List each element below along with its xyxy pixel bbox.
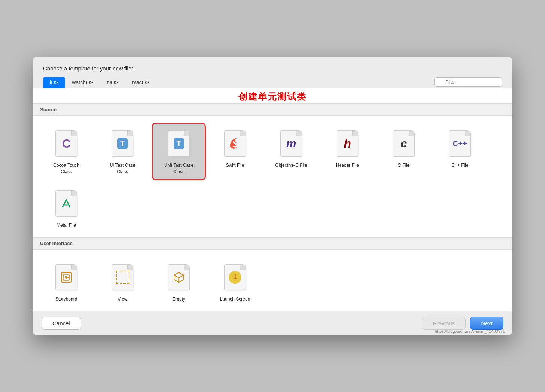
dialog-title: Choose a template for your new file: bbox=[43, 65, 502, 72]
file-icon: C bbox=[55, 130, 77, 157]
svg-line-11 bbox=[174, 275, 179, 278]
file-icon bbox=[168, 264, 190, 290]
empty-cube-icon bbox=[172, 270, 186, 284]
item-label-objc: Objective-C File bbox=[275, 162, 307, 169]
file-icon: T bbox=[112, 130, 133, 157]
metal-icon bbox=[60, 197, 73, 210]
tab-ios[interactable]: iOS bbox=[43, 77, 65, 88]
item-icon-swift bbox=[222, 129, 248, 159]
cpp-letter: C++ bbox=[453, 140, 467, 147]
c-letter: c bbox=[401, 138, 407, 149]
item-icon-launch: 1 bbox=[222, 262, 248, 292]
annotation-text: 创建单元测试类 bbox=[238, 88, 307, 103]
item-icon-storyboard bbox=[53, 262, 79, 292]
tab-bar: iOS watchOS tvOS macOS bbox=[43, 77, 502, 88]
file-icon bbox=[55, 190, 77, 217]
item-label-cpp: C++ File bbox=[451, 162, 468, 169]
annotation-wrapper: 创建单元测试类 bbox=[33, 88, 512, 103]
item-c[interactable]: c C File bbox=[377, 123, 430, 180]
file-icon: c bbox=[393, 130, 415, 157]
item-icon-cocoa-touch: C bbox=[53, 129, 79, 159]
source-section: Source C Cocoa TouchClass bbox=[33, 103, 512, 237]
file-icon: 1 bbox=[224, 264, 246, 290]
item-header[interactable]: h Header File bbox=[321, 123, 374, 180]
item-label-unit-test: Unit Test CaseClass bbox=[164, 162, 193, 175]
swift-icon bbox=[228, 137, 242, 150]
file-icon: T bbox=[168, 130, 190, 157]
item-label-header: Header File bbox=[336, 162, 359, 169]
previous-button[interactable]: Previous bbox=[422, 317, 466, 330]
item-empty[interactable]: Empty bbox=[153, 257, 205, 307]
watermark: https://blog.csdn.net/weixin_41463971 bbox=[435, 329, 505, 334]
tab-macos[interactable]: macOS bbox=[125, 77, 156, 88]
view-dashed-icon bbox=[116, 271, 129, 284]
ui-items-grid: Storyboard View bbox=[33, 250, 512, 311]
item-metal[interactable]: Metal File bbox=[40, 183, 93, 233]
header-letter: h bbox=[344, 138, 351, 150]
item-label-launch: Launch Screen bbox=[220, 296, 250, 302]
item-icon-cpp: C++ bbox=[447, 129, 473, 159]
item-icon-metal bbox=[53, 189, 79, 218]
ui-test-letter: T bbox=[117, 138, 127, 149]
file-icon: C++ bbox=[449, 130, 471, 157]
item-cocoa-touch[interactable]: C Cocoa TouchClass bbox=[40, 123, 93, 180]
storyboard-icon bbox=[59, 270, 73, 284]
item-icon-ui-test: T bbox=[109, 129, 136, 159]
item-view[interactable]: View bbox=[96, 257, 149, 307]
item-label-storyboard: Storyboard bbox=[55, 296, 78, 302]
filter-wrapper bbox=[434, 77, 502, 87]
template-dialog: Choose a template for your new file: iOS… bbox=[33, 57, 512, 335]
item-icon-unit-test: T bbox=[166, 129, 192, 159]
file-icon bbox=[224, 130, 246, 157]
item-icon-header: h bbox=[334, 129, 361, 159]
user-interface-section: User Interface bbox=[33, 237, 512, 311]
filter-area bbox=[434, 77, 502, 87]
item-icon-objc: m bbox=[278, 129, 304, 159]
tab-tvos[interactable]: tvOS bbox=[100, 77, 125, 88]
item-ui-test[interactable]: T UI Test CaseClass bbox=[96, 123, 149, 180]
item-icon-c: c bbox=[391, 129, 417, 159]
item-icon-view bbox=[109, 262, 136, 292]
source-items-grid: C Cocoa TouchClass T UI Test CaseClass bbox=[33, 116, 512, 236]
item-label-view: View bbox=[118, 296, 127, 302]
item-label-metal: Metal File bbox=[57, 222, 76, 229]
item-label-c: C File bbox=[398, 162, 409, 169]
item-label-empty: Empty bbox=[172, 296, 185, 302]
file-icon: m bbox=[280, 130, 302, 157]
item-swift[interactable]: Swift File bbox=[209, 123, 261, 180]
next-button[interactable]: Next bbox=[470, 317, 503, 330]
dialog-header: Choose a template for your new file: iOS… bbox=[33, 57, 512, 88]
item-storyboard[interactable]: Storyboard bbox=[40, 257, 93, 307]
item-unit-test[interactable]: T Unit Test CaseClass bbox=[153, 123, 205, 180]
item-cpp[interactable]: C++ C++ File bbox=[434, 123, 486, 180]
dialog-body: 创建单元测试类 Source C Cocoa TouchClass bbox=[33, 88, 512, 311]
cocoa-touch-letter: C bbox=[62, 138, 70, 150]
item-label-ui-test: UI Test CaseClass bbox=[110, 162, 135, 175]
file-icon bbox=[55, 264, 77, 290]
source-header: Source bbox=[33, 103, 512, 116]
item-launch[interactable]: 1 Launch Screen bbox=[209, 257, 261, 307]
svg-line-12 bbox=[179, 275, 184, 278]
unit-test-letter: T bbox=[174, 138, 184, 149]
footer-right: Previous Next bbox=[422, 317, 503, 330]
launch-circle-icon: 1 bbox=[229, 271, 241, 284]
item-label-swift: Swift File bbox=[226, 162, 244, 169]
cancel-button[interactable]: Cancel bbox=[42, 317, 81, 330]
objc-letter: m bbox=[286, 138, 296, 149]
filter-input[interactable] bbox=[434, 77, 502, 87]
item-label-cocoa-touch: Cocoa TouchClass bbox=[53, 162, 79, 175]
tab-watchos[interactable]: watchOS bbox=[65, 77, 100, 88]
file-icon: h bbox=[337, 130, 358, 157]
ui-header: User Interface bbox=[33, 237, 512, 250]
item-objc[interactable]: m Objective-C File bbox=[265, 123, 317, 180]
item-icon-empty bbox=[166, 262, 192, 292]
file-icon bbox=[112, 264, 133, 290]
svg-marker-9 bbox=[174, 272, 184, 278]
